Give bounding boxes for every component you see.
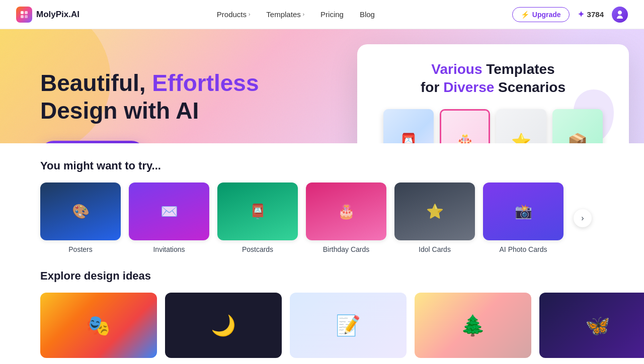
explore-card-4[interactable]: 🌲	[415, 293, 531, 358]
navbar: MolyPix.AI Products › Templates › Pricin…	[0, 0, 644, 29]
nav-blog[interactable]: Blog	[353, 7, 382, 22]
logo-text: MolyPix.AI	[36, 10, 79, 20]
try-card-invitations[interactable]: ✉️ Invitations	[129, 183, 209, 253]
lightning-icon: ⚡	[521, 11, 529, 19]
explore-cards-list: 🎭 🌙 📝 🌲 🦋	[40, 293, 604, 358]
birthday-card-label: Birthday Cards	[323, 245, 370, 253]
explore-card-1[interactable]: 🎭	[40, 293, 157, 358]
next-button[interactable]: ›	[574, 209, 592, 227]
upgrade-button[interactable]: ⚡ Upgrade	[512, 7, 570, 22]
invitations-thumbnail: ✉️	[129, 183, 209, 240]
hero-title: Beautiful, Effortless Design with AI	[40, 69, 259, 125]
birthday-thumbnail: 🎂	[306, 183, 386, 240]
try-card-ai-photo[interactable]: 📸 AI Photo Cards	[483, 183, 564, 253]
try-card-idol[interactable]: ⭐ Idol Cards	[394, 183, 475, 253]
idol-card-label: Idol Cards	[419, 245, 451, 253]
svg-rect-3	[25, 15, 28, 18]
ai-photo-thumbnail: 📸	[483, 183, 564, 240]
try-section-title: You might want to try...	[40, 159, 604, 172]
try-section: You might want to try... 🎨 Posters ✉️ In…	[40, 143, 604, 263]
postcards-thumbnail: 📮	[217, 183, 298, 240]
idol-thumbnail: ⭐	[394, 183, 475, 240]
template-card-title: Various Templates for Diverse Scenarios	[371, 60, 615, 97]
posters-thumbnail: 🎨	[40, 183, 121, 240]
hero-section: Beautiful, Effortless Design with AI Gen…	[0, 29, 644, 364]
nav-templates[interactable]: Templates ›	[259, 7, 311, 22]
explore-card-3[interactable]: 📝	[290, 293, 407, 358]
credits-display: ✦ 3784	[578, 10, 604, 19]
user-avatar[interactable]	[612, 7, 628, 23]
svg-rect-2	[21, 15, 24, 18]
ai-photo-card-label: AI Photo Cards	[500, 245, 547, 253]
nav-products[interactable]: Products ›	[210, 7, 258, 22]
postcards-card-label: Postcards	[242, 245, 273, 253]
explore-card-5[interactable]: 🦋	[539, 293, 644, 358]
nav-links: Products › Templates › Pricing Blog	[210, 7, 382, 22]
logo[interactable]: MolyPix.AI	[16, 7, 79, 23]
nav-pricing[interactable]: Pricing	[313, 7, 351, 22]
try-card-posters[interactable]: 🎨 Posters	[40, 183, 121, 253]
invitations-card-label: Invitations	[153, 245, 185, 253]
svg-rect-1	[25, 11, 28, 14]
try-cards-list: 🎨 Posters ✉️ Invitations 📮 Postcards	[40, 183, 604, 253]
nav-right: ⚡ Upgrade ✦ 3784	[512, 7, 628, 23]
try-card-postcards[interactable]: 📮 Postcards	[217, 183, 298, 253]
credits-icon: ✦	[578, 10, 584, 19]
try-card-birthday[interactable]: 🎂 Birthday Cards	[306, 183, 386, 253]
explore-section-title: Explore design ideas	[40, 269, 604, 283]
explore-section: Explore design ideas 🎭 🌙 📝 🌲 🦋	[40, 263, 604, 364]
svg-rect-0	[21, 11, 24, 14]
chevron-icon: ›	[303, 12, 304, 17]
posters-card-label: Posters	[68, 245, 92, 253]
explore-card-2[interactable]: 🌙	[165, 293, 282, 358]
logo-icon	[16, 7, 32, 23]
chevron-icon: ›	[249, 12, 250, 17]
